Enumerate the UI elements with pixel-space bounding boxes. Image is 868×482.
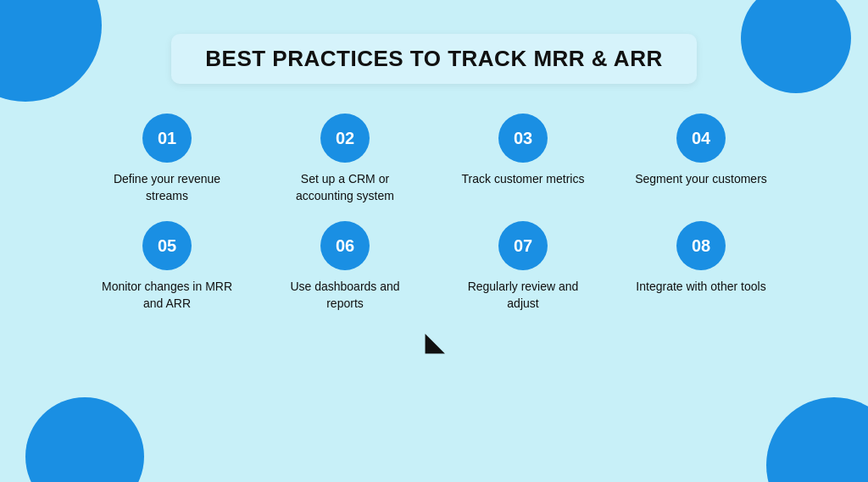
number-circle-05: 05 (142, 221, 192, 270)
practice-item-06: 06Use dashboards and reports (260, 221, 430, 312)
item-label-05: Monitor changes in MRR and ARR (99, 279, 235, 312)
item-label-07: Regularly review and adjust (455, 279, 591, 312)
item-label-01: Define your revenue streams (99, 171, 235, 204)
practice-item-05: 05Monitor changes in MRR and ARR (82, 221, 252, 312)
number-circle-03: 03 (498, 114, 548, 163)
item-label-04: Segment your customers (635, 171, 767, 188)
number-circle-06: 06 (320, 221, 370, 270)
item-label-03: Track customer metrics (462, 171, 585, 188)
deco-circle-bottom-right (766, 397, 868, 482)
logo-icon: ◢ (425, 329, 443, 357)
practice-item-08: 08Integrate with other tools (616, 221, 786, 312)
practice-item-02: 02Set up a CRM or accounting system (260, 114, 430, 204)
logo-area: ◢ (425, 329, 443, 357)
number-circle-04: 04 (676, 114, 726, 163)
practice-item-03: 03Track customer metrics (438, 114, 608, 204)
number-circle-07: 07 (498, 221, 548, 270)
number-circle-08: 08 (676, 221, 726, 270)
practice-item-04: 04Segment your customers (616, 114, 786, 204)
page-title: BEST PRACTICES TO TRACK MRR & ARR (205, 46, 662, 72)
item-label-06: Use dashboards and reports (277, 279, 413, 312)
practices-grid: 01Define your revenue streams02Set up a … (82, 114, 786, 312)
item-label-08: Integrate with other tools (636, 279, 765, 296)
title-box: BEST PRACTICES TO TRACK MRR & ARR (171, 34, 696, 84)
practice-item-07: 07Regularly review and adjust (438, 221, 608, 312)
number-circle-02: 02 (320, 114, 370, 163)
deco-circle-bottom-left (25, 397, 144, 482)
item-label-02: Set up a CRM or accounting system (277, 171, 413, 204)
practice-item-01: 01Define your revenue streams (82, 114, 252, 204)
main-container: BEST PRACTICES TO TRACK MRR & ARR 01Defi… (0, 0, 868, 357)
number-circle-01: 01 (142, 114, 192, 163)
